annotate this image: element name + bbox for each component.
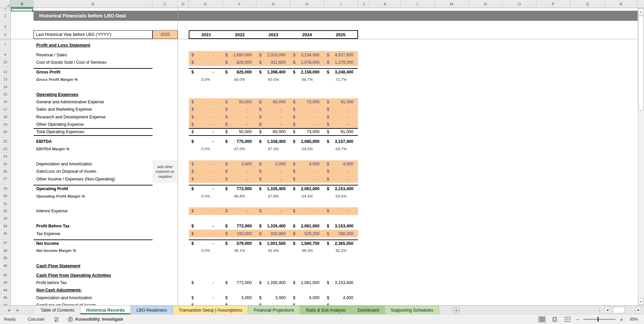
cell[interactable]: $825,000: [223, 59, 256, 66]
cell[interactable]: $73,000: [290, 98, 324, 106]
cell[interactable]: $1,398,400: [256, 69, 290, 75]
row-header-12[interactable]: 12: [0, 68, 11, 75]
cell[interactable]: $3,153,400: [324, 185, 358, 192]
cell[interactable]: $-: [256, 302, 290, 305]
cell[interactable]: $772,000: [223, 222, 256, 230]
cell[interactable]: $-: [324, 168, 358, 175]
scroll-down-button[interactable]: ▼: [638, 298, 644, 305]
cell[interactable]: $-: [290, 168, 324, 175]
year-header[interactable]: 2022: [223, 31, 256, 38]
cell[interactable]: $1,650,000: [223, 51, 256, 58]
row-header-16[interactable]: 16: [0, 98, 11, 106]
sheet-tab-financial-projections[interactable]: Financial Projections: [248, 306, 300, 314]
row-label[interactable]: Gain/Loss on Disposal of Assets: [34, 302, 153, 305]
cell[interactable]: $4,000: [290, 160, 324, 168]
row-header-7[interactable]: 7: [0, 41, 11, 49]
cell[interactable]: 0.0%: [189, 145, 223, 153]
row-label[interactable]: EBITDA Margin %: [34, 145, 153, 153]
cell[interactable]: 57.8%: [256, 192, 290, 200]
tab-scroll-right-icon[interactable]: ▶: [17, 308, 19, 312]
row-header-13[interactable]: 13: [0, 76, 11, 83]
column-header-O[interactable]: O: [503, 0, 536, 8]
row-header-44[interactable]: 44: [0, 286, 11, 294]
column-header-C[interactable]: C: [153, 0, 178, 8]
row-label[interactable]: Profit before Tax: [34, 279, 153, 286]
cell[interactable]: $-: [324, 121, 358, 128]
year-header[interactable]: 2023: [256, 31, 290, 38]
cell[interactable]: $-: [189, 138, 223, 145]
cell[interactable]: $-: [290, 113, 324, 121]
row-header-27[interactable]: 27: [0, 175, 11, 183]
cell[interactable]: $-: [189, 175, 223, 183]
input-year-label-cell[interactable]: Last Historical Year before LBO('YYYY'): [34, 30, 153, 39]
cell[interactable]: $-: [324, 175, 358, 183]
cell[interactable]: $-: [189, 230, 223, 237]
row-label[interactable]: Depreciation and Amortization: [34, 160, 153, 168]
column-header-P[interactable]: P: [536, 0, 570, 8]
cell[interactable]: $520,250: [290, 230, 324, 237]
zoom-level[interactable]: 95%: [627, 317, 638, 322]
cell[interactable]: $2,365,050: [324, 240, 358, 247]
row-header-30[interactable]: 30: [0, 192, 11, 200]
sheet-title-cell[interactable]: Historical Financials before LBO Deal: [34, 11, 638, 21]
row-header-4[interactable]: 4: [0, 23, 11, 30]
cell[interactable]: 66.7%: [290, 76, 324, 83]
cell[interactable]: $50,000: [223, 98, 256, 106]
row-label[interactable]: Sales and Marketing Expense: [34, 106, 153, 113]
sheet-tab-historical-records[interactable]: Historical Records: [80, 306, 131, 314]
cell[interactable]: $60,000: [256, 98, 290, 106]
cell[interactable]: $2,085,000: [290, 138, 324, 145]
row-label[interactable]: Profit Before Tax: [34, 222, 153, 230]
cell[interactable]: $-: [223, 168, 256, 175]
year-header[interactable]: 2021: [189, 31, 223, 38]
cell[interactable]: $-: [189, 121, 223, 128]
cell[interactable]: $-: [290, 121, 324, 128]
row-header-22[interactable]: 22: [0, 138, 11, 145]
cell[interactable]: $-: [189, 106, 223, 113]
cell[interactable]: $911,600: [256, 59, 290, 66]
cell[interactable]: $-: [189, 302, 223, 305]
cell[interactable]: $193,000: [223, 230, 256, 237]
cell[interactable]: $-: [256, 106, 290, 113]
cell[interactable]: $-: [189, 294, 223, 302]
vertical-scrollbar-thumb[interactable]: [638, 16, 644, 110]
row-label[interactable]: Operating Profit: [34, 185, 153, 192]
status-calculate[interactable]: Calculate: [28, 317, 45, 322]
accessibility-status[interactable]: Accessibility: Investigate: [68, 317, 123, 322]
scroll-up-button[interactable]: ▲: [638, 8, 644, 15]
cell[interactable]: $-: [189, 51, 223, 58]
cell[interactable]: $73,000: [290, 129, 324, 135]
cell[interactable]: $-: [189, 207, 223, 215]
cell[interactable]: 69.6%: [324, 192, 358, 200]
cell[interactable]: $3,234,000: [290, 51, 324, 58]
row-label[interactable]: Total Operating Expenses: [34, 128, 153, 136]
year-header[interactable]: 2025: [324, 31, 357, 38]
row-header-14[interactable]: 14: [0, 83, 11, 91]
row-label[interactable]: Cost of Goods Sold / Cost of Services: [34, 59, 153, 66]
normal-view-button[interactable]: [538, 316, 546, 323]
cell[interactable]: $-: [223, 175, 256, 183]
cell[interactable]: $-: [189, 69, 223, 75]
cell[interactable]: $60,000: [256, 129, 290, 135]
note-cell[interactable]: add otherexpense asnegative: [153, 160, 178, 183]
cell[interactable]: $3,000: [256, 160, 290, 168]
cell[interactable]: $-: [223, 113, 256, 121]
tab-splitter-handle[interactable]: ⋮: [597, 308, 602, 313]
row-header-2[interactable]: 2: [0, 11, 11, 21]
cell[interactable]: $-: [189, 59, 223, 66]
row-header-18[interactable]: 18: [0, 113, 11, 121]
zoom-out-button[interactable]: −: [576, 317, 579, 322]
row-header-29[interactable]: 29: [0, 185, 11, 192]
cell[interactable]: $-: [256, 113, 290, 121]
row-header-40[interactable]: 40: [0, 262, 11, 269]
horizontal-scrollbar-thumb[interactable]: [613, 307, 625, 313]
row-header-20[interactable]: 20: [0, 128, 11, 136]
spreadsheet-grid[interactable]: 12Historical Financials before LBO Deal4…: [0, 8, 638, 305]
sheet-tab-lbo-readiness[interactable]: LBO Readiness: [131, 306, 173, 314]
row-header-17[interactable]: 17: [0, 106, 11, 113]
cell[interactable]: $-: [189, 240, 223, 247]
cell[interactable]: $-: [256, 121, 290, 128]
new-sheet-button[interactable]: +: [453, 307, 460, 314]
cell[interactable]: $1,335,400: [256, 279, 290, 286]
row-label[interactable]: Revenue / Sales: [34, 51, 153, 58]
